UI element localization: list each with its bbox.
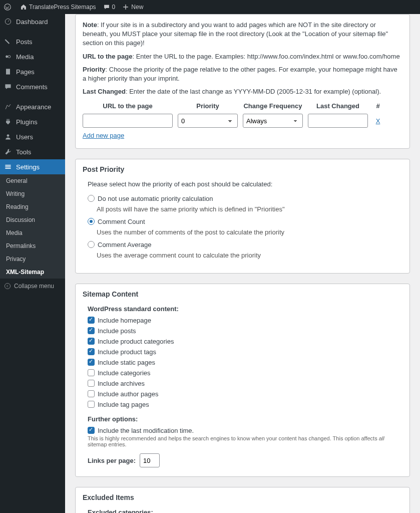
page-url-input[interactable] <box>83 114 173 128</box>
collapse-menu[interactable]: Collapse menu <box>0 279 65 294</box>
main-content: Note: If your site is in a subdirectory … <box>65 14 420 513</box>
sub-writing[interactable]: Writing <box>0 187 65 200</box>
menu-posts[interactable]: Posts <box>0 34 65 49</box>
svg-point-5 <box>7 134 10 137</box>
site-home-link[interactable]: TranslatePress Sitemaps <box>20 4 96 11</box>
sitemap-content-panel: Sitemap Content WordPress standard conte… <box>75 284 410 477</box>
col-priority: Priority <box>178 102 238 110</box>
svg-point-2 <box>6 56 8 58</box>
content-check-4[interactable]: Include static pages <box>88 359 402 366</box>
content-check-6[interactable]: Include archives <box>88 380 402 387</box>
content-check-0[interactable]: Include homepage <box>88 317 402 324</box>
sub-reading[interactable]: Reading <box>0 200 65 213</box>
links-per-page-input[interactable] <box>140 453 160 467</box>
additional-pages-panel: Note: If your site is in a subdirectory … <box>75 14 410 149</box>
sub-privacy[interactable]: Privacy <box>0 252 65 266</box>
excluded-title: Excluded Items <box>83 493 402 501</box>
add-new-page-link[interactable]: Add new page <box>83 132 124 139</box>
priority-select[interactable]: 0 <box>178 114 238 128</box>
menu-users[interactable]: Users <box>0 129 65 144</box>
comments-link[interactable]: 0 <box>103 4 116 11</box>
priority-opt-none[interactable]: Do not use automatic priority calculatio… <box>88 195 402 202</box>
svg-point-0 <box>5 4 11 11</box>
menu-appearance[interactable]: Appearance <box>0 99 65 114</box>
svg-rect-8 <box>5 168 11 169</box>
new-label: New <box>131 4 143 11</box>
svg-rect-7 <box>5 166 11 167</box>
svg-rect-6 <box>5 165 11 166</box>
content-check-5[interactable]: Include categories <box>88 369 402 377</box>
content-check-8[interactable]: Include tag pages <box>88 401 402 408</box>
modtime-note: This is highly recommended and helps the… <box>88 435 402 447</box>
excluded-cats-heading: Excluded categories: <box>88 508 402 513</box>
sub-permalinks[interactable]: Permalinks <box>0 239 65 252</box>
menu-plugins[interactable]: Plugins <box>0 114 65 129</box>
delete-row-link[interactable]: X <box>376 117 380 125</box>
col-hash: # <box>373 102 383 110</box>
priority-opt-avg[interactable]: Comment Average <box>88 241 402 248</box>
new-link[interactable]: New <box>122 4 143 11</box>
col-last: Last Changed <box>308 102 368 110</box>
settings-submenu: General Writing Reading Discussion Media… <box>0 174 65 279</box>
post-priority-panel: Post Priority Please select how the prio… <box>75 159 410 274</box>
include-modtime[interactable]: Include the last modification time. <box>88 427 194 434</box>
links-per-page-label: Links per page: <box>88 457 136 464</box>
menu-pages[interactable]: Pages <box>0 64 65 79</box>
svg-rect-4 <box>6 69 10 74</box>
sub-discussion[interactable]: Discussion <box>0 213 65 226</box>
sub-xml-sitemap[interactable]: XML-Sitemap <box>0 266 65 279</box>
content-check-1[interactable]: Include posts <box>88 327 402 335</box>
svg-point-9 <box>5 283 10 289</box>
help-text: Note: If your site is in a subdirectory … <box>83 21 402 96</box>
menu-comments[interactable]: Comments <box>0 79 65 94</box>
svg-point-3 <box>8 56 11 58</box>
content-check-2[interactable]: Include product categories <box>88 338 402 345</box>
site-name: TranslatePress Sitemaps <box>29 4 96 11</box>
content-check-3[interactable]: Include product tags <box>88 348 402 356</box>
menu-tools[interactable]: Tools <box>0 144 65 159</box>
pages-row: 0 Always X <box>83 114 402 128</box>
sub-general[interactable]: General <box>0 174 65 187</box>
post-priority-intro: Please select how the priority of each p… <box>88 180 402 188</box>
sub-media[interactable]: Media <box>0 226 65 239</box>
content-check-7[interactable]: Include author pages <box>88 390 402 398</box>
wp-logo[interactable] <box>4 4 13 11</box>
admin-sidebar: Dashboard Posts Media Pages Comments App… <box>0 14 65 513</box>
lastchanged-input[interactable] <box>308 114 368 128</box>
standard-content-heading: WordPress standard content: <box>88 305 402 313</box>
freq-select[interactable]: Always <box>243 114 303 128</box>
further-options-heading: Further options: <box>88 415 402 423</box>
post-priority-title: Post Priority <box>83 165 402 173</box>
sitemap-content-title: Sitemap Content <box>83 290 402 298</box>
priority-opt-count[interactable]: Comment Count <box>88 218 402 225</box>
menu-settings[interactable]: Settings <box>0 159 65 174</box>
admin-topbar: TranslatePress Sitemaps 0 New <box>0 0 420 14</box>
excluded-items-panel: Excluded Items Excluded categories: Unca… <box>75 487 410 513</box>
col-url: URL to the page <box>83 102 173 110</box>
menu-dashboard[interactable]: Dashboard <box>0 14 65 29</box>
col-freq: Change Frequency <box>243 102 303 110</box>
comment-count: 0 <box>112 4 116 11</box>
pages-table-head: URL to the page Priority Change Frequenc… <box>83 102 402 110</box>
menu-media[interactable]: Media <box>0 49 65 64</box>
